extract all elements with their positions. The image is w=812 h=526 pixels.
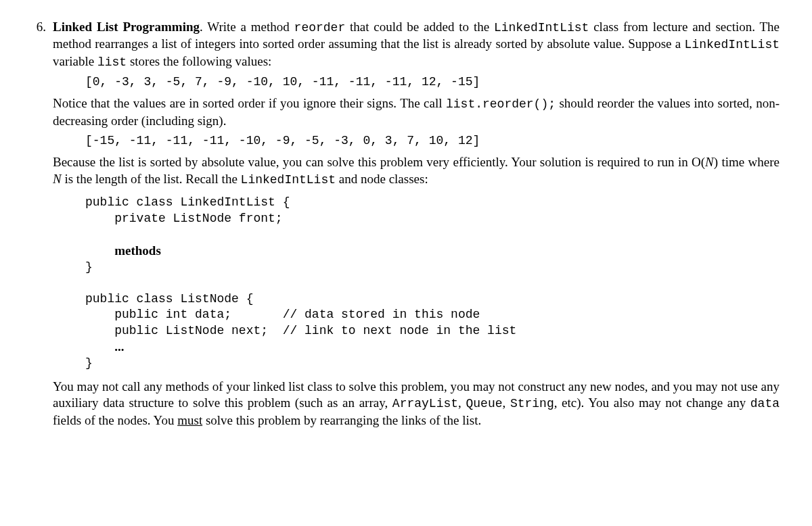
var-N: N xyxy=(53,172,62,186)
text: Write a method xyxy=(203,20,294,34)
code-line xyxy=(85,341,114,354)
text: fields of the nodes. You xyxy=(53,413,177,427)
text: , xyxy=(503,396,510,410)
ellipsis: ... xyxy=(114,339,124,354)
code-data: data xyxy=(750,397,780,410)
text: stores the following values: xyxy=(127,54,271,68)
text: Notice that the values are in sorted ord… xyxy=(53,96,446,110)
problem-body: Linked List Programming. Write a method … xyxy=(53,19,780,433)
must-underline: must xyxy=(177,413,202,427)
code-queue: Queue xyxy=(466,397,502,410)
code-line: } xyxy=(85,260,93,274)
text: solve this problem by rearranging the li… xyxy=(202,413,481,427)
code-list: list xyxy=(97,55,127,69)
code-linkedintlist: LinkedIntList xyxy=(494,21,589,34)
code-line: public ListNode next; // link to next no… xyxy=(85,324,516,337)
text: Because the list is sorted by absolute v… xyxy=(53,155,705,169)
var-N: N xyxy=(705,155,714,169)
text: is the length of the list. Recall the xyxy=(62,172,241,186)
final-paragraph: You may not call any methods of your lin… xyxy=(53,379,780,429)
title: Linked List Programming xyxy=(53,20,200,34)
text: and node classes: xyxy=(336,172,428,186)
code-call: list.reorder(); xyxy=(446,97,556,111)
text: , etc). You also may not change any xyxy=(554,396,750,410)
code-line: } xyxy=(85,356,93,370)
intro-paragraph: Linked List Programming. Write a method … xyxy=(53,19,780,70)
code-string: String xyxy=(510,397,554,410)
code-line: private ListNode front; xyxy=(85,212,283,225)
code-line: public class LinkedIntList { xyxy=(85,195,290,209)
code-line: public class ListNode { xyxy=(85,292,253,306)
code-linkedintlist: LinkedIntList xyxy=(241,173,336,187)
text: variable xyxy=(53,54,97,68)
problem-container: 6. Linked List Programming. Write a meth… xyxy=(19,19,780,433)
list-before: [0, -3, 3, -5, 7, -9, -10, 10, -11, -11,… xyxy=(85,74,780,90)
text: , xyxy=(458,396,466,410)
methods-placeholder: methods xyxy=(114,243,161,258)
because-paragraph: Because the list is sorted by absolute v… xyxy=(53,154,780,188)
notice-paragraph: Notice that the values are in sorted ord… xyxy=(53,95,780,129)
code-line: public int data; // data stored in this … xyxy=(85,308,480,321)
text: ) time where xyxy=(714,155,780,169)
code-reorder: reorder xyxy=(294,21,346,34)
code-class-linkedintlist: public class LinkedIntList { private Lis… xyxy=(85,195,780,371)
code-linkedintlist: LinkedIntList xyxy=(685,38,780,51)
code-arraylist: ArrayList xyxy=(392,397,458,410)
text: that could be added to the xyxy=(345,20,494,34)
problem-number: 6. xyxy=(19,19,53,36)
list-after: [-15, -11, -11, -11, -10, -9, -5, -3, 0,… xyxy=(85,133,780,149)
